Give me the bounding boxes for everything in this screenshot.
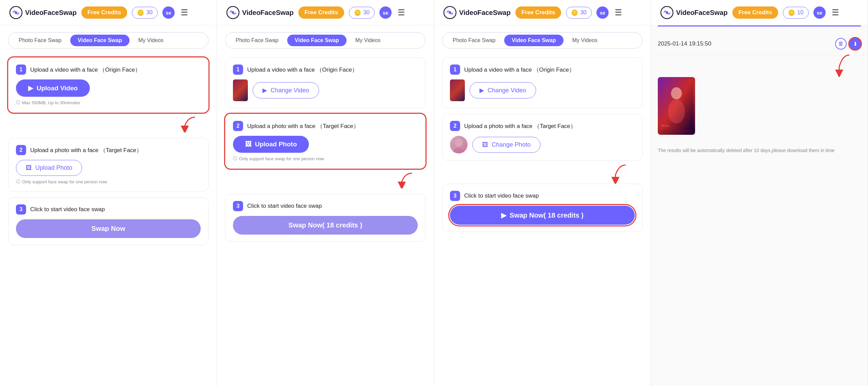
step-header-1-1: 1 Upload a video with a face （Origin Fac…	[16, 65, 201, 75]
logo-icon-2	[226, 6, 239, 19]
step-num-1-2: 1	[233, 65, 243, 75]
header-2: VideoFaceSwap Free Credits 🪙 30 se ☰	[217, 0, 434, 25]
logo-icon-3	[443, 6, 456, 19]
step-header-3-1: 3 Click to start video face swap	[16, 204, 201, 215]
step-num-3-1: 3	[16, 204, 26, 215]
step-header-2-1: 2 Upload a photo with a face （Target Fac…	[16, 145, 201, 155]
credits-counter-1[interactable]: 🪙 30	[132, 7, 158, 19]
upload-photo-btn-1[interactable]: 🖼 Upload Photo	[16, 160, 82, 176]
tab-photo-faceswap-2[interactable]: Photo Face Swap	[228, 35, 286, 46]
tab-video-faceswap-1[interactable]: Video Face Swap	[70, 35, 129, 46]
result-thumb: TikTok	[658, 77, 695, 135]
hint-1-1: ⓘ Max 500MB, Up to 30minutes	[16, 99, 201, 106]
delete-btn[interactable]: 🗑	[835, 38, 847, 50]
menu-btn-2[interactable]: ☰	[396, 6, 407, 19]
tab-my-videos-2[interactable]: My Videos	[348, 35, 388, 46]
credits-counter-2[interactable]: 🪙 30	[349, 7, 375, 19]
avatar-btn-1[interactable]: se	[162, 6, 175, 19]
logo-text-3: VideoFaceSwap	[459, 9, 511, 17]
result-thumb-svg: TikTok	[660, 75, 693, 133]
step-card-3-2: 3 Click to start video face swap Swap No…	[225, 194, 426, 242]
step-body-1-1: ▶ Upload Video	[16, 79, 201, 97]
tabs-3: Photo Face Swap Video Face Swap My Video…	[442, 32, 643, 49]
menu-btn-1[interactable]: ☰	[179, 6, 190, 19]
credits-value-3: 30	[580, 9, 587, 16]
image-icon-2-2: 🖼	[245, 141, 252, 148]
svg-point-6	[455, 139, 463, 147]
free-credits-btn-3[interactable]: Free Credits	[515, 6, 561, 19]
tab-photo-faceswap-1[interactable]: Photo Face Swap	[11, 35, 69, 46]
credits-counter-3[interactable]: 🪙 30	[566, 7, 592, 19]
arrow-download-container	[651, 53, 868, 77]
red-arrow-3	[605, 163, 632, 184]
logo-2: VideoFaceSwap	[226, 6, 294, 19]
tab-my-videos-1[interactable]: My Videos	[131, 35, 171, 46]
swap-now-btn-3[interactable]: ▶ Swap Now( 18 credits )	[450, 206, 635, 225]
result-item-info: 2025-01-14 19:15:50	[658, 40, 830, 47]
change-video-btn-3[interactable]: ▶ Change Video	[470, 82, 536, 98]
avatar-btn-2[interactable]: se	[379, 6, 392, 19]
result-item-1: 2025-01-14 19:15:50 🗑 ⬇	[651, 32, 868, 56]
logo-1: VideoFaceSwap	[9, 6, 77, 19]
step-body-1-3: ▶ Change Video	[450, 79, 635, 101]
avatar-btn-3[interactable]: se	[596, 6, 609, 19]
step-num-3-2: 3	[233, 201, 243, 211]
upload-video-btn-1[interactable]: ▶ Upload Video	[16, 79, 90, 97]
steps-area-3: 1 Upload a video with a face （Origin Fac…	[434, 52, 651, 386]
credits-value-1: 30	[146, 9, 153, 16]
change-photo-btn-3[interactable]: 🖼 Change Photo	[472, 137, 540, 153]
step-header-3-2: 3 Click to start video face swap	[233, 201, 418, 211]
delete-icon: 🗑	[838, 41, 844, 47]
arrow-step1-1	[8, 115, 209, 132]
play-icon-swap-3: ▶	[501, 211, 506, 219]
step-body-2-3: 🖼 Change Photo	[450, 136, 635, 153]
logo-text-4: VideoFaceSwap	[676, 9, 728, 17]
step-num-3-3: 3	[450, 191, 460, 201]
tab-my-videos-3[interactable]: My Videos	[565, 35, 605, 46]
tab-photo-faceswap-3[interactable]: Photo Face Swap	[445, 35, 503, 46]
step-title-1-2: Upload a video with a face （Origin Face）	[247, 66, 358, 74]
logo-4: VideoFaceSwap	[660, 6, 728, 19]
menu-btn-3[interactable]: ☰	[613, 6, 624, 19]
coin-icon-2: 🪙	[354, 9, 361, 16]
logo-icon-4	[660, 6, 673, 19]
panel-4: VideoFaceSwap Free Credits 🪙 10 se ☰ 202…	[651, 0, 868, 386]
svg-text:TikTok: TikTok	[661, 124, 669, 127]
video-thumb-2	[233, 79, 248, 101]
svg-point-1	[15, 11, 17, 14]
video-thumb-3	[450, 79, 465, 101]
step-card-3-1: 3 Click to start video face swap Swap No…	[8, 197, 209, 245]
steps-area-1: 1 Upload a video with a face （Origin Fac…	[0, 52, 217, 386]
results-content: 2025-01-14 19:15:50 🗑 ⬇	[651, 32, 868, 386]
step-card-1-3: 1 Upload a video with a face （Origin Fac…	[442, 57, 643, 108]
avatar-btn-4[interactable]: se	[813, 6, 826, 19]
result-thumb-area: TikTok	[651, 77, 868, 140]
tab-video-faceswap-3[interactable]: Video Face Swap	[504, 35, 563, 46]
red-arrow-download	[826, 53, 853, 77]
header-4: VideoFaceSwap Free Credits 🪙 10 se ☰	[651, 0, 868, 25]
free-credits-btn-2[interactable]: Free Credits	[298, 6, 344, 19]
step-title-1-3: Upload a video with a face （Origin Face）	[464, 66, 575, 74]
step-title-3-2: Click to start video face swap	[247, 203, 322, 209]
tab-video-faceswap-2[interactable]: Video Face Swap	[287, 35, 346, 46]
download-btn[interactable]: ⬇	[849, 38, 861, 50]
swap-now-btn-1[interactable]: Swap Now	[16, 219, 201, 238]
step-num-1-3: 1	[450, 65, 460, 75]
free-credits-btn-4[interactable]: Free Credits	[732, 6, 778, 19]
step-num-2-1: 2	[16, 145, 26, 155]
hint-2-2: ⓘ Only support face swap for one person …	[233, 155, 418, 162]
info-icon-1-1: ⓘ	[16, 99, 20, 106]
swap-now-btn-2[interactable]: Swap Now( 18 credits )	[233, 216, 418, 235]
svg-point-5	[449, 11, 451, 14]
credits-counter-4[interactable]: 🪙 10	[783, 7, 809, 19]
step3-container-3: 3 Click to start video face swap ▶ Swap …	[442, 166, 643, 232]
menu-btn-4[interactable]: ☰	[830, 6, 841, 19]
free-credits-btn-1[interactable]: Free Credits	[81, 6, 127, 19]
panel-1: VideoFaceSwap Free Credits 🪙 30 se ☰ Pho…	[0, 0, 217, 386]
upload-photo-btn-2[interactable]: 🖼 Upload Photo	[233, 136, 309, 153]
change-video-btn-2[interactable]: ▶ Change Video	[253, 82, 319, 98]
step-header-1-3: 1 Upload a video with a face （Origin Fac…	[450, 65, 635, 75]
step-title-2-1: Upload a photo with a face （Target Face）	[30, 146, 142, 154]
red-arrow-2	[395, 171, 415, 188]
step-header-2-2: 2 Upload a photo with a face （Target Fac…	[233, 121, 418, 131]
